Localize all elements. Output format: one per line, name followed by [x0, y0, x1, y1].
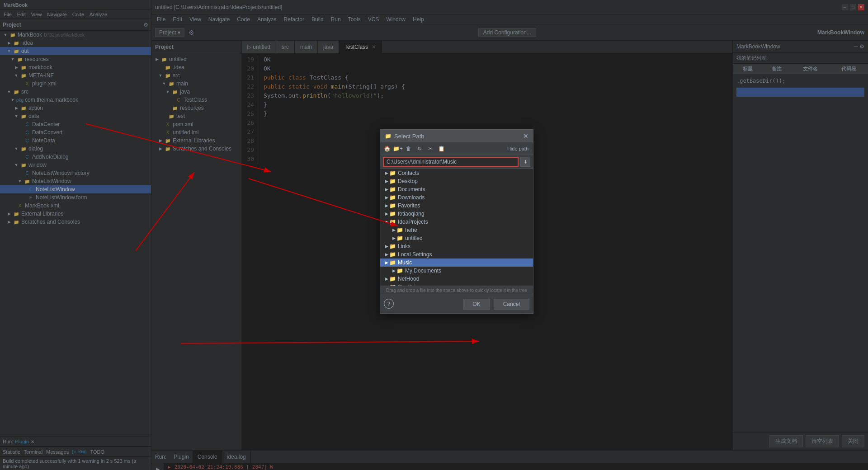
modal-tree-fotiaoqiang[interactable]: ▶📁fotiaoqiang [380, 210, 533, 218]
modal-title-icon: 📁 [385, 133, 392, 139]
modal-close-btn[interactable]: ✕ [523, 132, 528, 140]
modal-tree-documents[interactable]: ▶📁Documents [380, 185, 533, 193]
modal-cancel-btn[interactable]: Cancel [494, 299, 529, 310]
modal-file-tree: ▶📁Contacts ▶📁Desktop ▶📁Documents ▶📁Downl… [380, 169, 533, 286]
modal-tree-mydocuments[interactable]: ▶📁My Documents [380, 267, 533, 275]
modal-buttons-row: ? OK Cancel [380, 295, 533, 313]
modal-new-folder-btn[interactable]: 📁+ [393, 144, 403, 154]
modal-path-refresh-btn[interactable]: ⬇ [520, 157, 530, 167]
modal-tree-hehe[interactable]: ▶📁hehe [380, 226, 533, 234]
modal-tree-links[interactable]: ▶📁Links [380, 242, 533, 250]
modal-tree-untitled[interactable]: ▶📁untitled [380, 234, 533, 242]
modal-tree-favorites[interactable]: ▶📁Favorites [380, 202, 533, 210]
modal-hide-path-btn[interactable]: Hide path [505, 145, 531, 152]
modal-path-row: ⬇ [380, 155, 533, 169]
modal-tree-onedrive[interactable]: ▶📁OneDrive [380, 283, 533, 286]
modal-home-btn[interactable]: 🏠 [382, 144, 392, 154]
app-window: untitled [C:\Users\Administrator\IdeaPro… [0, 0, 868, 470]
modal-tree-downloads[interactable]: ▶📁Downloads [380, 193, 533, 202]
modal-tree-desktop[interactable]: ▶📁Desktop [380, 177, 533, 185]
modal-tree-ideaprojects[interactable]: ▼📁IdeaProjects [380, 218, 533, 226]
modal-tree-localsettings[interactable]: ▶📁Local Settings [380, 250, 533, 258]
modal-cut-btn[interactable]: ✂ [425, 144, 435, 154]
modal-title-bar: 📁 Select Path ✕ [380, 130, 533, 142]
modal-path-input[interactable] [383, 157, 519, 167]
modal-ok-btn[interactable]: OK [463, 299, 490, 310]
modal-title-text: Select Path [394, 133, 523, 140]
modal-tree-nethood[interactable]: ▶📁NetHood [380, 275, 533, 283]
modal-toolbar: 🏠 📁+ 🗑 ↻ ✂ 📋 Hide path [380, 142, 533, 155]
modal-tree-music[interactable]: ▶📁Music [380, 258, 533, 267]
select-path-modal: 📁 Select Path ✕ 🏠 📁+ 🗑 ↻ ✂ 📋 Hide path ⬇ [380, 129, 533, 314]
modal-drag-hint: Drag and drop a file into the space abov… [380, 286, 533, 295]
modal-refresh-btn[interactable]: ↻ [415, 144, 425, 154]
modal-copy-btn[interactable]: 📋 [436, 144, 446, 154]
modal-help-btn[interactable]: ? [384, 299, 394, 309]
modal-tree-contacts[interactable]: ▶📁Contacts [380, 169, 533, 177]
modal-overlay: 📁 Select Path ✕ 🏠 📁+ 🗑 ↻ ✂ 📋 Hide path ⬇ [0, 0, 868, 470]
modal-delete-btn[interactable]: 🗑 [404, 144, 414, 154]
